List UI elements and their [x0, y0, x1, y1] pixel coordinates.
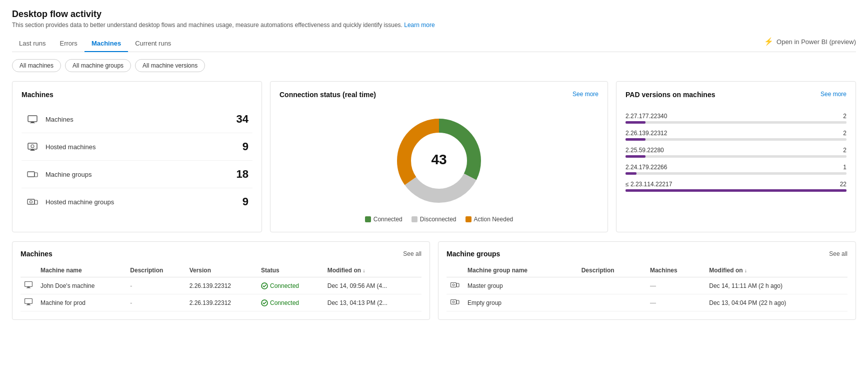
- svg-point-6: [31, 145, 34, 148]
- donut-container: 43 Connected Disconnected Action Needed: [280, 111, 598, 223]
- tab-last-runs[interactable]: Last runs: [12, 36, 52, 52]
- legend-action-needed: Action Needed: [466, 216, 514, 223]
- row-status: Connected: [257, 277, 324, 294]
- hosted-machines-label: Hosted machines: [46, 143, 242, 151]
- connection-card-header: Connection status (real time) See more: [280, 91, 598, 106]
- pad-see-more-link[interactable]: See more: [820, 91, 846, 98]
- row-status: Connected: [257, 294, 324, 311]
- machines-table: Machine name Description Version Status …: [20, 264, 422, 311]
- machines-row[interactable]: Machines 34: [22, 106, 252, 133]
- hosted-machines-count: 9: [242, 140, 248, 153]
- hosted-machine-group-icon: [26, 198, 40, 206]
- machines-see-all[interactable]: See all: [403, 250, 422, 257]
- chart-legend: Connected Disconnected Action Needed: [365, 216, 514, 223]
- row-modified-on: Dec 14, 11:11 AM (2 h ago): [705, 277, 848, 294]
- row-icon-cell: [446, 294, 464, 311]
- svg-rect-7: [28, 172, 34, 177]
- learn-more-link[interactable]: Learn more: [404, 22, 434, 29]
- svg-rect-15: [25, 282, 32, 287]
- connection-see-more-link[interactable]: See more: [572, 91, 598, 98]
- tables-row: Machines See all Machine name Descriptio…: [12, 241, 856, 320]
- machine-groups-table: Machine group name Description Machines …: [446, 264, 848, 311]
- cards-row: Machines Machines 34 Hosted machines 9: [12, 81, 856, 232]
- page-title: Desktop flow activity: [12, 9, 856, 20]
- machine-groups-label: Machine groups: [46, 171, 236, 178]
- svg-rect-20: [28, 304, 30, 305]
- col-version-header[interactable]: Version: [186, 264, 257, 277]
- col-status-header[interactable]: Status: [257, 264, 324, 277]
- hosted-machine-icon: [26, 143, 40, 151]
- svg-rect-8: [34, 173, 38, 177]
- svg-rect-16: [28, 287, 30, 288]
- row-description: [578, 294, 646, 311]
- machines-table-title: Machines: [20, 250, 52, 258]
- svg-rect-0: [28, 116, 37, 122]
- tab-machines[interactable]: Machines: [84, 36, 128, 52]
- row-version: 2.26.139.22312: [186, 294, 257, 311]
- svg-rect-25: [456, 283, 459, 287]
- col-description-header[interactable]: Description: [578, 264, 646, 277]
- hosted-machines-row[interactable]: Hosted machines 9: [22, 133, 252, 161]
- machine-group-icon: [26, 170, 40, 178]
- row-icon-cell: [20, 277, 36, 294]
- machine-groups-table-card: Machine groups See all Machine group nam…: [438, 241, 856, 320]
- machine-rows: Machines 34 Hosted machines 9 Machine gr…: [22, 106, 252, 215]
- svg-rect-9: [28, 199, 34, 204]
- tab-current-runs[interactable]: Current runs: [128, 36, 178, 52]
- svg-rect-28: [456, 300, 459, 304]
- col-group-name-header[interactable]: Machine group name: [464, 264, 578, 277]
- hosted-machine-groups-count: 9: [242, 195, 248, 208]
- svg-rect-19: [25, 299, 32, 304]
- page-container: Desktop flow activity This section provi…: [0, 0, 868, 329]
- table-row[interactable]: Empty group — Dec 13, 04:04 PM (22 h ago…: [446, 294, 848, 311]
- machine-groups-see-all[interactable]: See all: [829, 250, 848, 257]
- machine-groups-table-title: Machine groups: [446, 250, 500, 258]
- col-icon-header: [20, 264, 36, 277]
- row-machines: —: [646, 294, 705, 311]
- row-modified-on: Dec 13, 04:04 PM (22 h ago): [705, 294, 848, 311]
- tabs-row: Last runs Errors Machines Current runs ⚡…: [12, 36, 856, 52]
- filter-all-machine-groups[interactable]: All machine groups: [65, 59, 131, 72]
- svg-rect-1: [31, 122, 34, 123]
- filter-all-machines[interactable]: All machines: [12, 59, 61, 72]
- col-machine-name-header[interactable]: Machine name: [36, 264, 126, 277]
- table-row[interactable]: Master group — Dec 14, 11:11 AM (2 h ago…: [446, 277, 848, 294]
- machines-table-header: Machines See all: [20, 250, 422, 258]
- col-description-header[interactable]: Description: [126, 264, 185, 277]
- col-modified-on-header[interactable]: Modified on ↓: [324, 264, 422, 277]
- connection-status-card: Connection status (real time) See more 4…: [270, 81, 608, 232]
- legend-connected: Connected: [365, 216, 402, 223]
- donut-chart: 43: [389, 111, 489, 211]
- machines-label: Machines: [46, 116, 236, 123]
- legend-disconnected: Disconnected: [412, 216, 456, 223]
- svg-rect-2: [30, 123, 35, 123]
- legend-disconnected-dot: [412, 216, 418, 222]
- row-icon-cell: [20, 294, 36, 311]
- tabs-container: Last runs Errors Machines Current runs: [12, 36, 178, 52]
- machines-count: 34: [236, 113, 248, 126]
- row-description: -: [126, 294, 185, 311]
- hosted-machine-groups-label: Hosted machine groups: [46, 198, 242, 206]
- sort-icon: ↓: [744, 268, 747, 273]
- pad-versions-card: PAD versions on machines See more 2.27.1…: [616, 81, 856, 232]
- donut-total-label: 43: [431, 152, 446, 167]
- col-machines-header[interactable]: Machines: [646, 264, 705, 277]
- table-row[interactable]: John Doe's machine - 2.26.139.22312 Conn…: [20, 277, 422, 294]
- tab-errors[interactable]: Errors: [52, 36, 84, 52]
- status-connected-badge: Connected: [261, 282, 320, 289]
- filter-all-machine-versions[interactable]: All machine versions: [135, 59, 205, 72]
- machines-table-card: Machines See all Machine name Descriptio…: [12, 241, 430, 320]
- machine-icon: [26, 115, 40, 123]
- machine-groups-table-header: Machine groups See all: [446, 250, 848, 258]
- table-row[interactable]: Machine for prod - 2.26.139.22312 Connec…: [20, 294, 422, 311]
- svg-point-10: [30, 201, 32, 203]
- row-machines: —: [646, 277, 705, 294]
- open-powerbi-button[interactable]: ⚡ Open in Power BI (preview): [764, 37, 856, 50]
- svg-rect-3: [28, 143, 37, 149]
- pad-version-row-3: 2.24.179.22266 1: [626, 164, 846, 175]
- hosted-machine-groups-row[interactable]: Hosted machine groups 9: [22, 188, 252, 215]
- svg-rect-17: [26, 288, 30, 288]
- sort-icon: ↓: [362, 268, 365, 273]
- machine-groups-row[interactable]: Machine groups 18: [22, 161, 252, 188]
- col-modified-on-header[interactable]: Modified on ↓: [705, 264, 848, 277]
